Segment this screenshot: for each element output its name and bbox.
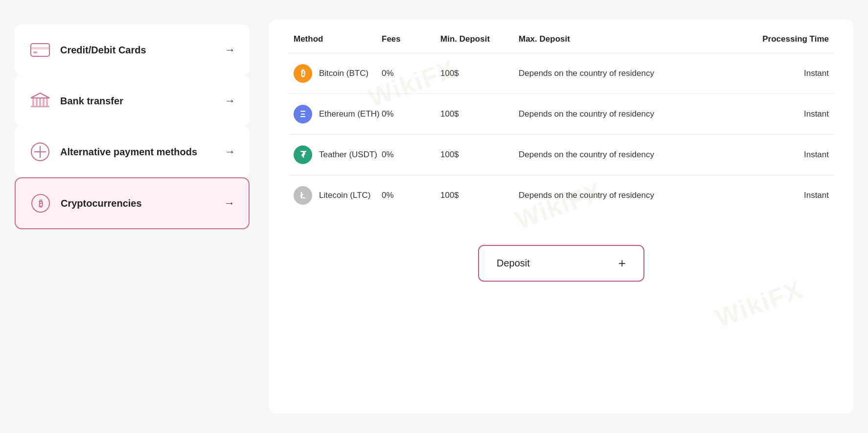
min-deposit-cell: 100$ [440, 69, 519, 78]
nav-item-alternative[interactable]: Alternative payment methods→ [15, 126, 250, 177]
coin-icon: Ξ [294, 105, 312, 123]
deposit-label: Deposit [497, 258, 530, 269]
processing-time-cell: Instant [731, 191, 829, 200]
max-deposit-cell: Depends on the country of residency [519, 150, 731, 160]
nav-item-bank-transfer[interactable]: Bank transfer→ [15, 75, 250, 126]
fees-cell: 0% [382, 191, 440, 200]
svg-rect-4 [32, 98, 34, 106]
deposit-button[interactable]: Deposit + [478, 245, 644, 282]
method-name: Ethereum (ETH) [319, 109, 380, 119]
method-cell: ₿ Bitcoin (BTC) [294, 64, 382, 83]
nav-item-credit-debit[interactable]: Credit/Debit Cards→ [15, 24, 250, 75]
max-deposit-cell: Depends on the country of residency [519, 69, 731, 78]
deposit-plus-icon: + [618, 256, 626, 271]
watermark-3: WikiFX [711, 274, 806, 333]
alt-icon [29, 141, 51, 163]
arrow-icon-credit-debit: → [225, 44, 235, 56]
svg-rect-9 [31, 106, 49, 107]
method-cell: ₮ Teather (USDT) [294, 145, 382, 164]
svg-rect-1 [31, 47, 49, 49]
fees-cell: 0% [382, 109, 440, 119]
crypto-icon: ₿ [29, 192, 52, 215]
arrow-icon-bank-transfer: → [225, 95, 235, 107]
nav-item-label-cryptocurrencies: Cryptocurrencies [61, 198, 215, 209]
table-header: Method Fees Min. Deposit Max. Deposit Pr… [289, 34, 834, 53]
arrow-icon-cryptocurrencies: → [224, 197, 235, 210]
max-deposit-cell: Depends on the country of residency [519, 109, 731, 119]
table-row: Ξ Ethereum (ETH) 0% 100$ Depends on the … [289, 94, 834, 135]
svg-rect-8 [46, 98, 48, 106]
max-deposit-cell: Depends on the country of residency [519, 191, 731, 200]
method-cell: Ξ Ethereum (ETH) [294, 105, 382, 123]
method-name: Teather (USDT) [319, 150, 377, 160]
processing-time-cell: Instant [731, 69, 829, 78]
nav-item-label-bank-transfer: Bank transfer [60, 96, 216, 107]
card-icon [29, 39, 51, 61]
min-deposit-cell: 100$ [440, 109, 519, 119]
crypto-table: Method Fees Min. Deposit Max. Deposit Pr… [289, 34, 834, 216]
nav-item-cryptocurrencies[interactable]: ₿ Cryptocurrencies→ [15, 177, 250, 229]
col-max-deposit: Max. Deposit [519, 34, 731, 44]
col-min-deposit: Min. Deposit [440, 34, 519, 44]
table-row: ₿ Bitcoin (BTC) 0% 100$ Depends on the c… [289, 53, 834, 94]
processing-time-cell: Instant [731, 150, 829, 160]
svg-rect-5 [36, 98, 38, 106]
svg-marker-3 [31, 93, 49, 98]
nav-item-label-alternative: Alternative payment methods [60, 146, 216, 158]
fees-cell: 0% [382, 69, 440, 78]
processing-time-cell: Instant [731, 109, 829, 119]
svg-rect-0 [31, 44, 49, 56]
right-panel: WikiFX WikiFX WikiFX Method Fees Min. De… [269, 20, 853, 413]
svg-rect-6 [39, 98, 41, 106]
table-row: ₮ Teather (USDT) 0% 100$ Depends on the … [289, 135, 834, 175]
left-panel: Credit/Debit Cards→ Bank transfer→ Alter… [15, 20, 250, 413]
bank-icon [29, 90, 51, 112]
fees-cell: 0% [382, 150, 440, 160]
method-name: Bitcoin (BTC) [319, 69, 368, 78]
arrow-icon-alternative: → [225, 145, 235, 158]
method-cell: Ł Litecoin (LTC) [294, 186, 382, 205]
nav-item-label-credit-debit: Credit/Debit Cards [60, 45, 216, 56]
col-fees: Fees [382, 34, 440, 44]
coin-icon: Ł [294, 186, 312, 205]
col-processing-time: Processing Time [731, 34, 829, 44]
min-deposit-cell: 100$ [440, 150, 519, 160]
coin-icon: ₿ [294, 64, 312, 83]
coin-icon: ₮ [294, 145, 312, 164]
svg-rect-2 [33, 51, 37, 53]
table-row: Ł Litecoin (LTC) 0% 100$ Depends on the … [289, 175, 834, 216]
svg-rect-7 [43, 98, 45, 106]
col-method: Method [294, 34, 382, 44]
min-deposit-cell: 100$ [440, 191, 519, 200]
method-name: Litecoin (LTC) [319, 191, 371, 200]
svg-text:₿: ₿ [39, 199, 43, 209]
